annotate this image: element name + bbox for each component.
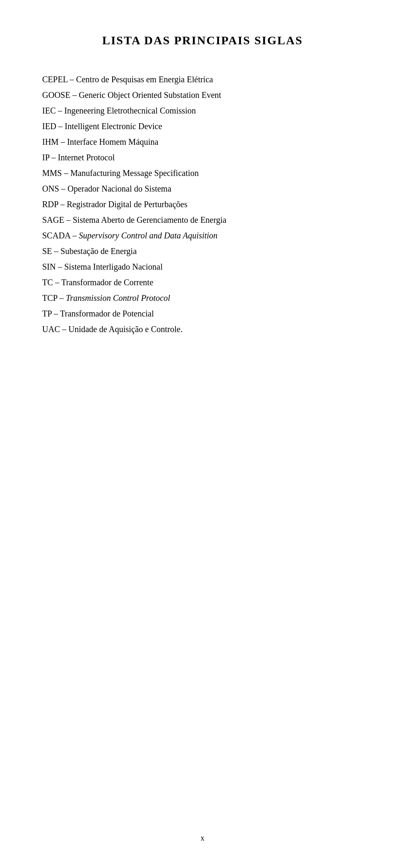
acronym-item-iec: IEC – Ingeneering Eletrothecnical Comiss… — [42, 104, 363, 118]
acronym-item-sin: SIN – Sistema Interligado Nacional — [42, 260, 363, 274]
acronym-item-uac: UAC – Unidade de Aquisição e Controle. — [42, 322, 363, 336]
acronym-list: CEPEL – Centro de Pesquisas em Energia E… — [42, 73, 363, 336]
acronym-item-cepel: CEPEL – Centro de Pesquisas em Energia E… — [42, 73, 363, 87]
acronym-item-rdp: RDP – Registrador Digital de Perturbaçõe… — [42, 197, 363, 211]
acronym-item-tp: TP – Transformador de Potencial — [42, 307, 363, 321]
acronym-item-tcp: TCP – Transmission Control Protocol — [42, 291, 363, 305]
acronym-item-ons: ONS – Operador Nacional do Sistema — [42, 182, 363, 196]
acronym-item-ip: IP – Internet Protocol — [42, 151, 363, 165]
acronym-item-scada: SCADA – Supervisory Control and Data Aqu… — [42, 229, 363, 243]
page-title: LISTA DAS PRINCIPAIS SIGLAS — [42, 34, 363, 47]
acronym-item-ied: IED – Intelligent Electronic Device — [42, 119, 363, 133]
acronym-item-sage: SAGE – Sistema Aberto de Gerenciamento d… — [42, 213, 363, 227]
acronym-item-goose: GOOSE – Generic Object Oriented Substati… — [42, 88, 363, 102]
acronym-item-mms: MMS – Manufacturing Message Specificatio… — [42, 166, 363, 180]
acronym-item-se: SE – Subestação de Energia — [42, 244, 363, 258]
page-footer: x — [0, 834, 405, 843]
acronym-item-tc: TC – Transformador de Corrente — [42, 276, 363, 289]
acronym-item-ihm: IHM – Interface Homem Máquina — [42, 135, 363, 149]
